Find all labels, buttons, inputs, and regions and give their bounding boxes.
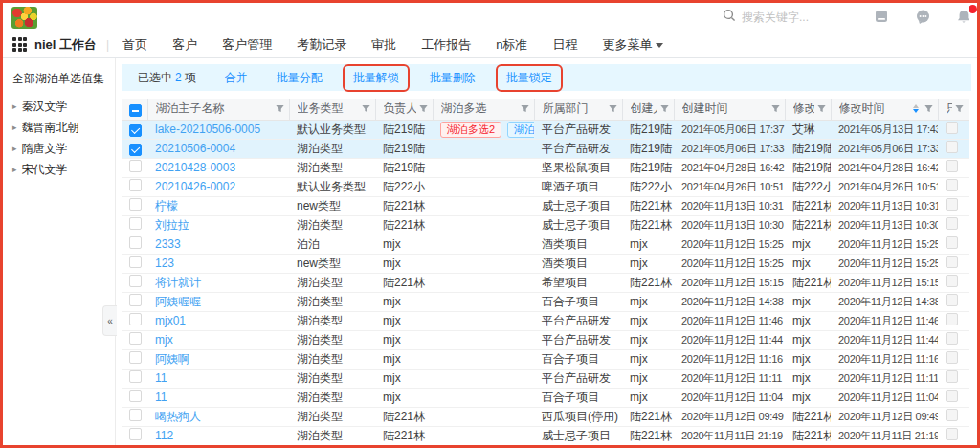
nav-item-1[interactable]: 客户: [172, 36, 197, 54]
nav-item-7[interactable]: 日程: [552, 36, 577, 54]
row-checkbox[interactable]: [129, 236, 142, 249]
bell-icon[interactable]: [955, 8, 972, 25]
sidebar-item-2[interactable]: ▸隋唐文学: [12, 138, 115, 159]
app-logo[interactable]: [11, 7, 37, 29]
table-row[interactable]: mjx湖泊类型mjx平台产品研发mjx2020年11月12日 11:44mjx2…: [122, 330, 969, 349]
lake-name-link[interactable]: 20210506-0004: [155, 142, 235, 155]
bulk-action-3[interactable]: 批量删除: [430, 70, 476, 86]
nav-item-8[interactable]: 更多菜单: [602, 36, 663, 54]
readonly-checkbox[interactable]: [946, 160, 958, 172]
apps-grid-icon[interactable]: [12, 37, 27, 52]
table-row[interactable]: 刘拉拉湖泊类型陆221林威士忌子项目陆221林2020年11月13日 10:30…: [122, 215, 969, 235]
readonly-checkbox[interactable]: [946, 122, 958, 134]
sort-icon[interactable]: [913, 104, 919, 113]
filter-icon[interactable]: [770, 103, 781, 114]
readonly-checkbox[interactable]: [946, 275, 958, 287]
row-checkbox[interactable]: [129, 409, 142, 421]
filter-icon[interactable]: [418, 103, 429, 114]
filter-icon[interactable]: [275, 103, 285, 114]
lake-name-link[interactable]: 11: [155, 371, 167, 385]
readonly-checkbox[interactable]: [946, 332, 958, 345]
filter-icon[interactable]: [954, 103, 965, 114]
table-row[interactable]: lake-20210506-0005默认业务类型陆219陆湖泊多选2湖泊多选1平…: [122, 120, 969, 139]
select-all-checkbox[interactable]: [129, 104, 142, 117]
bulk-action-4-annotated[interactable]: 批量锁定: [496, 64, 563, 92]
nav-item-0[interactable]: 首页: [122, 36, 147, 54]
row-checkbox[interactable]: [129, 144, 142, 156]
lake-name-link[interactable]: mjx01: [155, 314, 186, 327]
lake-name-link[interactable]: 柠檬: [155, 199, 178, 213]
sidebar-item-0[interactable]: ▸秦汉文学: [12, 96, 115, 117]
table-row[interactable]: 阿姨喔喔湖泊类型mjx百合子项目mjx2020年11月12日 14:38mjx2…: [122, 292, 969, 311]
table-row[interactable]: 11湖泊类型mjx平台产品研发mjx2020年11月12日 11:11mjx20…: [122, 369, 969, 388]
filter-icon[interactable]: [520, 103, 530, 114]
bulk-action-0[interactable]: 合并: [225, 70, 248, 86]
readonly-checkbox[interactable]: [946, 313, 958, 325]
row-checkbox[interactable]: [129, 332, 142, 345]
readonly-checkbox[interactable]: [946, 198, 958, 211]
table-row[interactable]: 20210426-0002默认业务类型陆222小啤酒子项目陆222小2021年0…: [122, 177, 969, 196]
sidebar-item-3[interactable]: ▸宋代文学: [12, 159, 115, 180]
global-search[interactable]: [723, 9, 847, 26]
table-row[interactable]: 20210506-0004湖泊类型陆219陆平台产品研发陆219陆2021年05…: [122, 139, 969, 158]
row-checkbox[interactable]: [129, 294, 142, 306]
table-row[interactable]: 2333泊泊mjx酒类项目mjx2020年11月12日 15:25mjx2020…: [122, 235, 969, 254]
lake-name-link[interactable]: 将计就计: [155, 276, 201, 289]
row-checkbox[interactable]: [129, 160, 142, 172]
readonly-checkbox[interactable]: [946, 390, 958, 402]
workspace-brand[interactable]: niel 工作台: [34, 36, 97, 54]
table-row[interactable]: 柠檬new类型陆221林威士忌子项目陆221林2020年11月13日 10:31…: [122, 196, 969, 215]
bulk-action-2-annotated[interactable]: 批量解锁: [343, 64, 410, 92]
lake-name-link[interactable]: mjx: [155, 333, 173, 347]
sidebar-item-1[interactable]: ▸魏晋南北朝: [12, 117, 115, 138]
lake-name-link[interactable]: 阿姨啊: [155, 352, 189, 366]
row-checkbox[interactable]: [129, 370, 142, 383]
bulk-action-1[interactable]: 批量分配: [277, 70, 323, 86]
row-checkbox[interactable]: [129, 217, 142, 230]
readonly-checkbox[interactable]: [946, 428, 958, 440]
lake-name-link[interactable]: 阿姨喔喔: [155, 295, 201, 308]
readonly-checkbox[interactable]: [946, 256, 958, 268]
search-input[interactable]: [742, 11, 847, 24]
comment-icon[interactable]: [914, 8, 931, 25]
row-checkbox[interactable]: [129, 351, 142, 364]
row-checkbox[interactable]: [129, 390, 142, 402]
table-row[interactable]: 将计就计湖泊类型陆221林希望项目陆221林2020年11月12日 15:15陆…: [122, 273, 969, 292]
lake-name-link[interactable]: 123: [155, 257, 174, 270]
filter-icon[interactable]: [659, 103, 670, 114]
row-checkbox[interactable]: [129, 275, 142, 287]
readonly-checkbox[interactable]: [946, 370, 958, 383]
readonly-checkbox[interactable]: [946, 217, 958, 230]
nav-item-6[interactable]: n标准: [496, 36, 527, 54]
row-checkbox[interactable]: [129, 179, 142, 191]
lake-name-link[interactable]: 112: [155, 429, 173, 442]
nav-item-5[interactable]: 工作报告: [421, 36, 471, 54]
lake-name-link[interactable]: 喝热狗人: [155, 410, 201, 423]
lake-name-link[interactable]: 20210426-0002: [155, 180, 235, 193]
readonly-checkbox[interactable]: [946, 294, 958, 306]
row-checkbox[interactable]: [129, 313, 142, 325]
table-row[interactable]: mjx01湖泊类型mjx平台产品研发mjx2020年11月12日 11:46mj…: [122, 311, 969, 330]
table-row[interactable]: 123new类型mjx酒类项目mjx2020年11月12日 15:25mjx20…: [122, 254, 969, 273]
notebook-icon[interactable]: [873, 8, 890, 25]
filter-icon[interactable]: [924, 103, 934, 114]
lake-name-link[interactable]: lake-20210506-0005: [155, 123, 260, 136]
nav-item-4[interactable]: 审批: [371, 36, 396, 54]
lake-name-link[interactable]: 2333: [155, 237, 181, 251]
readonly-checkbox[interactable]: [946, 409, 958, 421]
nav-item-2[interactable]: 客户管理: [222, 36, 272, 54]
row-checkbox[interactable]: [129, 428, 142, 440]
lake-name-link[interactable]: 刘拉拉: [155, 218, 189, 232]
lake-name-link[interactable]: 20210428-0003: [155, 161, 235, 174]
table-row[interactable]: 112湖泊类型陆221林威士忌子项目陆221林2020年11月11日 21:19…: [122, 426, 969, 445]
table-row[interactable]: 阿姨啊湖泊类型mjx百合子项目mjx2020年11月12日 11:16mjx20…: [122, 349, 969, 369]
table-row[interactable]: 喝热狗人湖泊类型陆221林西瓜项目(停用)陆221林2020年11月12日 09…: [122, 407, 969, 426]
readonly-checkbox[interactable]: [946, 351, 958, 364]
table-row[interactable]: 11湖泊类型mjx百合子项目mjx2020年11月12日 11:04mjx202…: [122, 388, 969, 407]
readonly-checkbox[interactable]: [946, 179, 958, 191]
filter-icon[interactable]: [361, 103, 371, 114]
lake-name-link[interactable]: 11: [155, 391, 167, 404]
row-checkbox[interactable]: [129, 256, 142, 268]
filter-icon[interactable]: [608, 103, 618, 114]
sidebar-collapse-handle[interactable]: «: [102, 305, 117, 336]
